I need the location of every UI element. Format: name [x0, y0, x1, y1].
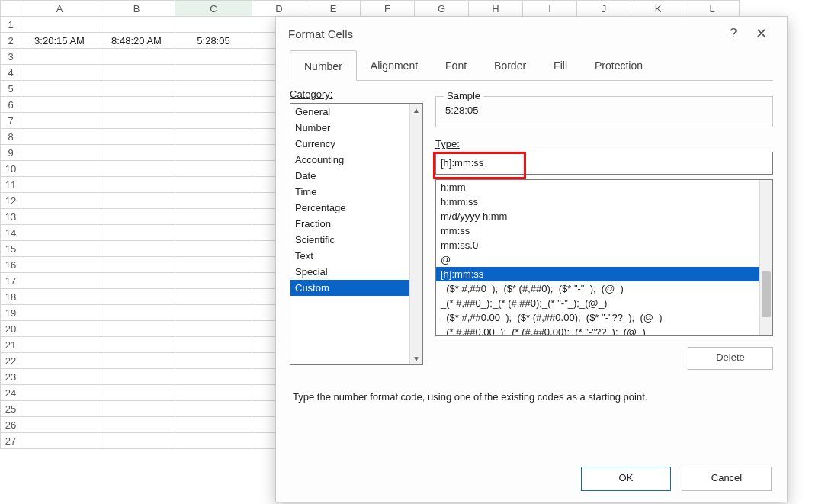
type-item[interactable]: mm:ss: [436, 223, 759, 238]
cell[interactable]: [21, 81, 98, 97]
tab-font[interactable]: Font: [432, 50, 480, 80]
row-header-7[interactable]: 7: [1, 113, 21, 129]
delete-button[interactable]: Delete: [688, 347, 773, 370]
row-header-24[interactable]: 24: [1, 385, 21, 401]
type-item[interactable]: mm:ss.0: [436, 238, 759, 252]
category-item[interactable]: General: [290, 104, 409, 120]
cell[interactable]: [98, 241, 175, 257]
category-item[interactable]: Custom: [290, 280, 409, 296]
cell[interactable]: [98, 257, 175, 273]
type-item[interactable]: [h]:mm:ss: [436, 267, 759, 281]
cell[interactable]: [98, 305, 175, 321]
cell[interactable]: [21, 369, 98, 385]
scroll-down-icon[interactable]: ▼: [410, 352, 422, 364]
row-header-13[interactable]: 13: [1, 209, 21, 225]
cell[interactable]: [98, 353, 175, 369]
cell[interactable]: [175, 97, 252, 113]
type-scrollbar[interactable]: [759, 180, 772, 335]
cell[interactable]: [175, 81, 252, 97]
cell[interactable]: [21, 353, 98, 369]
row-header-17[interactable]: 17: [1, 273, 21, 289]
row-header-11[interactable]: 11: [1, 177, 21, 193]
cell[interactable]: [98, 177, 175, 193]
col-J[interactable]: J: [577, 1, 631, 17]
cell[interactable]: [175, 273, 252, 289]
category-item[interactable]: Time: [290, 184, 409, 200]
row-header-1[interactable]: 1: [1, 17, 21, 33]
tab-fill[interactable]: Fill: [540, 50, 581, 80]
category-item[interactable]: Fraction: [290, 216, 409, 232]
cell[interactable]: [98, 433, 175, 449]
cell[interactable]: [175, 49, 252, 65]
cell[interactable]: [98, 49, 175, 65]
cell[interactable]: [175, 257, 252, 273]
cell[interactable]: [21, 161, 98, 177]
col-H[interactable]: H: [469, 1, 523, 17]
cell[interactable]: [21, 433, 98, 449]
cell[interactable]: [98, 129, 175, 145]
row-header-16[interactable]: 16: [1, 257, 21, 273]
cell[interactable]: [21, 193, 98, 209]
type-item[interactable]: m/d/yyyy h:mm: [436, 209, 759, 223]
col-F[interactable]: F: [361, 1, 415, 17]
category-item[interactable]: Percentage: [290, 200, 409, 216]
row-header-26[interactable]: 26: [1, 417, 21, 433]
cell[interactable]: [175, 289, 252, 305]
cell[interactable]: [98, 289, 175, 305]
row-header-5[interactable]: 5: [1, 81, 21, 97]
cell[interactable]: [175, 161, 252, 177]
cell[interactable]: [175, 209, 252, 225]
cell[interactable]: [21, 305, 98, 321]
cell[interactable]: [175, 433, 252, 449]
row-header-8[interactable]: 8: [1, 129, 21, 145]
cell[interactable]: [175, 401, 252, 417]
cell[interactable]: [21, 401, 98, 417]
cell[interactable]: [21, 225, 98, 241]
col-G[interactable]: G: [415, 1, 469, 17]
cell[interactable]: [21, 321, 98, 337]
dialog-titlebar[interactable]: Format Cells ? ✕: [276, 17, 787, 50]
cell[interactable]: [21, 257, 98, 273]
cell[interactable]: 5:28:05: [175, 33, 252, 49]
cell[interactable]: [175, 337, 252, 353]
cell[interactable]: [98, 113, 175, 129]
cell[interactable]: End Time: [98, 17, 175, 33]
cell[interactable]: [21, 241, 98, 257]
tab-border[interactable]: Border: [480, 50, 540, 80]
scroll-up-icon[interactable]: ▲: [410, 104, 422, 116]
category-item[interactable]: Currency: [290, 136, 409, 152]
cell[interactable]: [98, 401, 175, 417]
row-header-15[interactable]: 15: [1, 241, 21, 257]
cell[interactable]: [21, 97, 98, 113]
type-item[interactable]: h:mm: [436, 180, 759, 194]
row-header-20[interactable]: 20: [1, 321, 21, 337]
cell[interactable]: [98, 209, 175, 225]
cell[interactable]: [175, 385, 252, 401]
col-C[interactable]: C: [175, 1, 252, 17]
cell[interactable]: [175, 129, 252, 145]
cell[interactable]: [98, 145, 175, 161]
tab-alignment[interactable]: Alignment: [357, 50, 432, 80]
cell[interactable]: [175, 417, 252, 433]
cell[interactable]: [175, 353, 252, 369]
cell[interactable]: [98, 65, 175, 81]
row-header-9[interactable]: 9: [1, 145, 21, 161]
tab-protection[interactable]: Protection: [581, 50, 656, 80]
cell[interactable]: Difference: [175, 17, 252, 33]
cell[interactable]: [175, 113, 252, 129]
close-button[interactable]: ✕: [747, 25, 775, 42]
type-item[interactable]: @: [436, 252, 759, 267]
select-all-corner[interactable]: [1, 1, 21, 17]
cell[interactable]: [175, 369, 252, 385]
row-header-10[interactable]: 10: [1, 161, 21, 177]
cell[interactable]: [21, 385, 98, 401]
ok-button[interactable]: OK: [581, 467, 671, 491]
type-item[interactable]: _(* #,##0.00_);_(* (#,##0.00);_(* "-"??_…: [436, 325, 759, 335]
cell[interactable]: [98, 273, 175, 289]
row-header-2[interactable]: 2: [1, 33, 21, 49]
cell[interactable]: [21, 337, 98, 353]
cell[interactable]: [98, 369, 175, 385]
cell[interactable]: [175, 65, 252, 81]
scrollbar-thumb[interactable]: [762, 271, 771, 317]
row-header-25[interactable]: 25: [1, 401, 21, 417]
